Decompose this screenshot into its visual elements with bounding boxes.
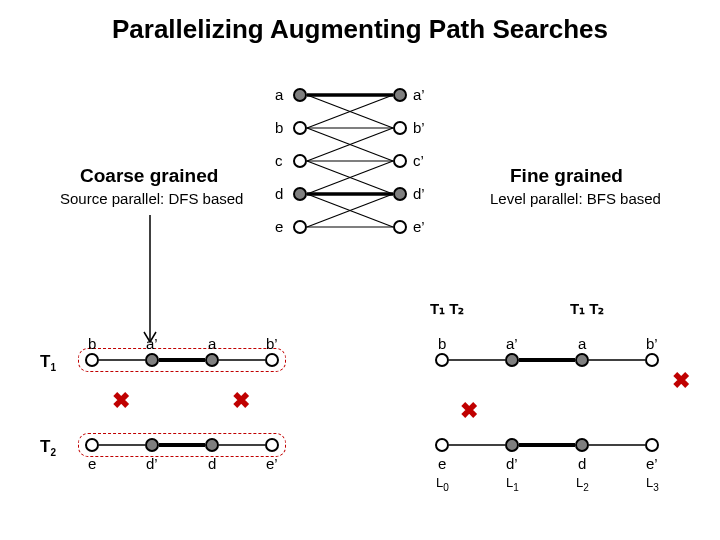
node-dp [393,187,407,201]
node-d [293,187,307,201]
c1-l1: b [88,335,96,352]
lbl-ep: e’ [413,218,425,235]
pair-header-right: T₁ T₂ [570,300,605,318]
lbl-a: a [275,86,283,103]
L2: L2 [576,475,589,493]
node-ep [393,220,407,234]
c2-l4: e’ [266,455,278,472]
c1-n2 [145,353,159,367]
r1-l2: a’ [506,335,518,352]
fine-sub: Level parallel: BFS based [490,190,661,207]
chain-box-t1 [78,348,286,372]
svg-line-8 [307,161,393,194]
r1-n4 [645,353,659,367]
lbl-bp: b’ [413,119,425,136]
xmark-left-1: ✖ [112,390,130,412]
node-bp [393,121,407,135]
c2-n2 [145,438,159,452]
c1-n1 [85,353,99,367]
c2-l2: d’ [146,455,158,472]
r2-n3 [575,438,589,452]
coarse-sub: Source parallel: DFS based [60,190,243,207]
xmark-right-bottom: ✖ [460,400,478,422]
r1-l4: b’ [646,335,658,352]
r2-n4 [645,438,659,452]
r2-l2: d’ [506,455,518,472]
r2-n1 [435,438,449,452]
c1-n3 [205,353,219,367]
svg-line-7 [307,161,393,194]
t1-label: T1 [40,352,56,373]
svg-line-11 [307,194,393,227]
svg-line-10 [307,194,393,227]
c2-n1 [85,438,99,452]
lbl-dp: d’ [413,185,425,202]
node-e [293,220,307,234]
c1-l2: a’ [146,335,158,352]
node-cp [393,154,407,168]
r2-l3: d [578,455,586,472]
node-b [293,121,307,135]
t2-label: T2 [40,437,56,458]
L0: L0 [436,475,449,493]
svg-line-4 [307,128,393,161]
L1: L1 [506,475,519,493]
lbl-d: d [275,185,283,202]
node-ap [393,88,407,102]
r1-n1 [435,353,449,367]
c2-l1: e [88,455,96,472]
connections [0,0,720,540]
c1-l3: a [208,335,216,352]
xmark-right-top: ✖ [672,370,690,392]
r2-l4: e’ [646,455,658,472]
lbl-ap: a’ [413,86,425,103]
c2-n3 [205,438,219,452]
c1-n4 [265,353,279,367]
c2-n4 [265,438,279,452]
svg-line-2 [307,95,393,128]
node-a [293,88,307,102]
lbl-cp: c’ [413,152,424,169]
c2-l3: d [208,455,216,472]
r1-l3: a [578,335,586,352]
pair-header-left: T₁ T₂ [430,300,465,318]
c1-l4: b’ [266,335,278,352]
r1-n2 [505,353,519,367]
node-c [293,154,307,168]
slide-title: Parallelizing Augmenting Path Searches [0,14,720,45]
xmark-left-2: ✖ [232,390,250,412]
coarse-heading: Coarse grained [80,165,218,187]
lbl-c: c [275,152,283,169]
lbl-e: e [275,218,283,235]
r1-l1: b [438,335,446,352]
r2-l1: e [438,455,446,472]
fine-heading: Fine grained [510,165,623,187]
r1-n3 [575,353,589,367]
r2-n2 [505,438,519,452]
svg-line-5 [307,128,393,161]
lbl-b: b [275,119,283,136]
L3: L3 [646,475,659,493]
svg-line-1 [307,95,393,128]
chain-box-t2 [78,433,286,457]
